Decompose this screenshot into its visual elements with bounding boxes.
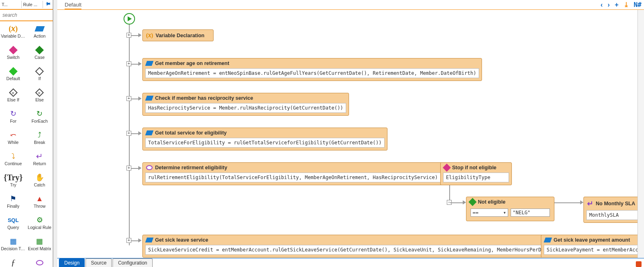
palette-variable-declaration[interactable]: (𝑥)Variable Decla... [0,24,27,45]
sidebar-tabs: T... Rule ... [0,0,53,10]
node-not-eligible[interactable]: Not eligible ==▾ "NELG" [466,197,554,221]
node-variable-declaration[interactable]: (𝑥) Variable Declaration [142,29,214,41]
palette-case[interactable]: Case [27,45,53,66]
palette-catch[interactable]: ✋Catch [27,173,53,194]
arrowhead-icon [580,200,583,204]
logical-rule-icon: ⚙ [36,215,43,225]
node-sick-leave-payment[interactable]: Get sick leave payment amount SickLeaveP… [541,235,644,258]
palette-finally[interactable]: ⚑Finally [0,194,27,215]
flow-canvas[interactable]: + + + + + − − [57,10,644,267]
palette-label: Continue [5,161,22,166]
node-sick-leave-service[interactable]: Get sick leave service SickLeaveServiceC… [142,235,556,258]
expand-toggle[interactable]: + [126,33,131,38]
palette-else-if[interactable]: ✕Else If [0,88,27,109]
node-total-service[interactable]: Get total service for eligibility TotalS… [142,128,387,150]
main-area: Default ‹ › + ⤓ N# + + + [57,0,644,267]
expand-toggle[interactable]: + [126,238,131,243]
node-no-monthly-sla[interactable]: ↵ No Monthly SLA MonthlySLA [583,197,644,223]
error-indicator-icon[interactable] [636,261,642,267]
chevron-down-icon: ▾ [503,210,506,215]
palette-throw[interactable]: ▲Throw [27,194,53,215]
node-code[interactable]: TotalServiceForEligibility = rulGetTotal… [145,138,385,148]
palette-label: Switch [7,55,20,60]
palette-continue[interactable]: ⤵Continue [0,151,27,173]
palette-try[interactable]: {Try}Try [0,173,27,194]
finally-icon: ⚑ [10,194,16,204]
arrowhead-icon [463,200,466,204]
node-stop-if-not-eligible[interactable]: Stop if not eligible EligibilityType [440,162,512,185]
nav-prev-icon[interactable]: ‹ [601,1,603,9]
node-code[interactable]: SickLeavePayment = entMemberAccount.rulG… [544,245,644,255]
palette-label: Try [10,182,16,187]
expand-toggle[interactable]: + [126,61,131,66]
palette-decision-table[interactable]: ▦Decision Table [0,236,27,258]
node-get-member-age[interactable]: Get member age on retirement MemberAgeOn… [142,58,482,81]
canvas-scrollbar[interactable] [637,10,644,258]
palette-while[interactable]: ⤺While [0,130,27,151]
toolbox-sidebar: T... Rule ... ✕ (𝑥)Variable Decla...Acti… [0,0,53,267]
return-icon: ↵ [587,199,593,208]
palette-break[interactable]: ⤴Break [27,130,53,151]
connector [554,202,582,203]
node-code[interactable]: rulRetirementEligibility(TotalServiceFor… [145,173,441,182]
case-icon [36,45,43,55]
tab-source[interactable]: Source [86,258,112,267]
palette-label: Case [34,55,45,60]
node-code[interactable]: MemberAgeOnRetirement = entNeoSpinBase.r… [145,68,479,78]
expand-toggle[interactable]: + [126,131,131,136]
switch-icon [10,45,16,55]
try-icon: {Try} [4,173,23,182]
palette-logical-rule[interactable]: ⚙Logical Rule [27,215,53,236]
palette-switch[interactable]: Switch [0,45,27,66]
palette-for[interactable]: ↻For [0,109,27,130]
palette-label: Throw [34,204,45,209]
palette-function[interactable]: ƒ [0,258,27,267]
nhash-icon[interactable]: N# [634,1,642,9]
node-determine-eligibility[interactable]: Determine retirment eligibility rulRetir… [142,162,444,185]
node-code[interactable]: SickLeaveServiceCredit = entMemberAccoun… [145,245,553,255]
download-icon[interactable]: ⤓ [624,1,629,9]
expand-toggle[interactable]: + [126,166,131,171]
palette-label: Default [7,76,20,81]
tab-configuration[interactable]: Configuration [113,258,152,267]
palette-action[interactable]: Action [27,24,53,45]
node-code[interactable]: EligibilityType [443,173,509,182]
node-code[interactable]: HasReciprocityService = Member.rulHasRec… [145,103,346,113]
palette-foreach[interactable]: ↻ForEach [27,109,53,130]
sidebar-tab-rule[interactable]: Rule ... [22,1,43,8]
case-icon [468,198,477,206]
arrowhead-icon [138,33,142,37]
tab-design[interactable]: Design [59,258,85,267]
palette-excel-matrix[interactable]: ▦Excel Matrix [27,236,53,258]
node-code[interactable]: MonthlySLA [586,210,644,220]
pin-icon[interactable] [43,1,53,8]
palette-label: Variable Decla... [1,34,25,38]
palette-label: Return [33,161,46,166]
node-title: Get total service for eligibility [155,130,227,136]
foreach-icon: ↻ [36,109,43,119]
palette-else[interactable]: ✕Else [27,88,53,109]
expand-toggle[interactable]: + [126,96,131,101]
nav-next-icon[interactable]: › [608,1,610,9]
palette-query[interactable]: SQLQuery [0,215,27,236]
palette-rule-call[interactable] [27,258,53,267]
node-check-reciprocity[interactable]: Check if member has reciprocity service … [142,93,349,116]
return-icon: ↵ [36,151,43,161]
palette-return[interactable]: ↵Return [27,151,53,173]
palette-default[interactable]: Default [0,66,27,88]
switch-icon [443,164,451,172]
palette-label: If [38,76,41,81]
palette-if[interactable]: If [27,66,53,88]
run-button[interactable] [124,13,135,25]
page-title: Default [65,2,81,8]
case-value-input[interactable]: "NELG" [511,209,550,217]
else-icon: ✕ [36,88,43,97]
sidebar-scrollbar[interactable] [53,0,57,267]
sidebar-tab-toolbox[interactable]: T... [0,1,22,8]
add-icon[interactable]: + [615,1,618,9]
palette-label: Query [7,225,19,230]
action-icon [36,24,44,34]
excel-matrix-icon: ▦ [36,236,43,246]
default-icon [10,66,16,76]
operator-select[interactable]: ==▾ [471,209,508,217]
